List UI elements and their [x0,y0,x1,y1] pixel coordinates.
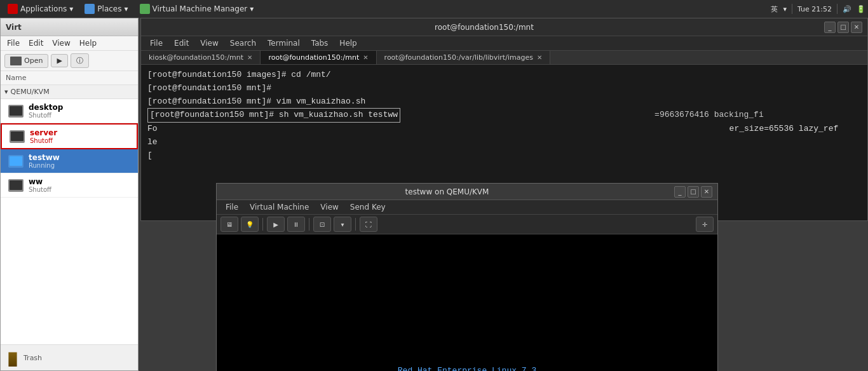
terminal-minimize-btn[interactable]: _ [824,22,836,33]
vm-name-desktop: desktop [29,103,63,112]
vm-item-ww[interactable]: ww Shutoff [1,173,138,198]
vm-icon-desktop [8,105,24,118]
places-chevron: ▾ [125,4,128,13]
vm-menu-file[interactable]: File [220,201,243,213]
vm-menu-sendkey[interactable]: Send Key [345,201,391,213]
places-menu[interactable]: Places ▾ [79,3,133,15]
vm-play-icon: ▶ [273,221,278,228]
terminal-maximize-btn[interactable]: □ [837,22,849,33]
term-menu-terminal[interactable]: Terminal [262,37,305,49]
monitor-icon [10,57,22,65]
volume-icon[interactable]: 🔊 [843,5,851,13]
term-menu-edit[interactable]: Edit [169,37,194,49]
vm-item-server[interactable]: server Shutoff [1,123,138,149]
taskbar-left: Applications ▾ Places ▾ Virtual Machine … [3,3,259,15]
vm-info-testww: testww Running [29,153,60,169]
applications-menu[interactable]: Applications ▾ [3,3,78,15]
lang-indicator[interactable]: 英 [771,4,778,14]
vm-info-desktop: desktop Shutoff [29,103,63,119]
desktop: Virt File Edit View Help Open ▶ ⓘ Name ▾ [0,18,868,371]
tab-close-1[interactable]: ✕ [363,54,368,61]
vmm-play-button[interactable]: ▶ [51,54,67,67]
vmm-info-button[interactable]: ⓘ [71,53,89,68]
trash-label: Trash [24,354,42,362]
vm-move-btn[interactable]: ✛ [696,217,714,232]
tab-close-0[interactable]: ✕ [247,54,252,61]
terminal-line-0: [root@foundation150 images]# cd /mnt/ [147,69,861,82]
applications-label: Applications [20,4,67,13]
vm-monitor-icon: 🖥 [226,221,233,228]
terminal-line-4: Foer_size=65536 lazy_ref [147,123,861,136]
vm-close-btn[interactable]: ✕ [701,186,712,198]
virt-icon [140,4,150,14]
virt-label: Virtual Machine Manager [153,4,248,13]
vmm-menu-view[interactable]: View [48,37,74,49]
taskbar-right: 英 ▾ Tue 21:52 🔊 🔋 [771,4,865,14]
terminal-line-5: le [147,136,861,149]
tab-label-0: kiosk@foundation150:/mnt [149,53,243,62]
term-menu-file[interactable]: File [145,37,168,49]
vm-name-testww: testww [29,153,60,162]
info-icon: ⓘ [76,56,83,65]
terminal-tab-0[interactable]: kiosk@foundation150:/mnt ✕ [141,51,261,64]
terminal-line-2: [root@foundation150 mnt]# vim vm_kuaizha… [147,95,861,109]
trash-icon [6,349,20,367]
vm-dropdown-btn[interactable]: ▾ [334,217,351,232]
vm-pause-btn[interactable]: ⏸ [287,217,305,232]
screen-ww [10,180,22,190]
vm-play-btn[interactable]: ▶ [267,217,285,232]
vm-screen-text: Red Hat Enterprise Linux 7.3 [398,366,536,371]
vmm-menu-help[interactable]: Help [76,37,100,49]
vm-status-desktop: Shutoff [29,112,63,119]
terminal-tab-2[interactable]: root@foundation150:/var/lib/libvirt/imag… [377,51,551,64]
taskbar-sep-2 [837,4,837,14]
virt-chevron: ▾ [250,4,254,13]
battery-icon: 🔋 [857,5,865,13]
vm-menu-view[interactable]: View [315,201,343,213]
vm-item-testww[interactable]: testww Running [1,149,138,173]
vm-minimize-btn[interactable]: _ [674,186,686,198]
vm-menu-virtualmachine[interactable]: Virtual Machine [245,201,314,213]
vmm-menu-file[interactable]: File [3,37,24,49]
vm-display-btn[interactable]: ⊡ [313,217,331,232]
vmm-title: Virt [6,23,22,32]
group-chevron: ▾ [4,88,8,96]
vmm-menubar: File Edit View Help [1,36,138,51]
term-menu-help[interactable]: Help [334,37,362,49]
terminal-tab-1[interactable]: root@foundation150:/mnt ✕ [261,51,376,64]
vm-restore-btn[interactable]: □ [688,186,699,198]
vmm-menu-edit[interactable]: Edit [25,37,47,49]
vm-monitor-btn[interactable]: 🖥 [220,217,238,232]
terminal-tabs: kiosk@foundation150:/mnt ✕ root@foundati… [141,51,867,65]
vmm-open-button[interactable]: Open [4,54,48,68]
vm-lightbulb-btn[interactable]: 💡 [241,217,259,232]
vmm-list: ▾ QEMU/KVM desktop Shutoff server [1,85,138,344]
virt-manager-menu[interactable]: Virtual Machine Manager ▾ [135,3,259,15]
term-menu-tabs[interactable]: Tabs [306,37,334,49]
vm-item-desktop[interactable]: desktop Shutoff [1,99,138,123]
vm-screen[interactable]: Red Hat Enterprise Linux 7.3 https://blo… [217,234,717,371]
term-menu-view[interactable]: View [195,37,223,49]
vm-titlebar: testww on QEMU/KVM _ □ ✕ [217,184,717,200]
vm-window: testww on QEMU/KVM _ □ ✕ File Virtual Ma… [216,183,718,371]
term-menu-search[interactable]: Search [225,37,261,49]
vm-name-ww: ww [29,177,51,186]
vm-fullscreen-btn[interactable]: ⛶ [360,217,377,232]
tab-close-2[interactable]: ✕ [537,54,542,61]
terminal-close-btn[interactable]: ✕ [851,22,862,33]
vm-pause-icon: ⏸ [293,221,299,228]
vm-fullscreen-icon: ⛶ [365,221,372,228]
trash-area: Trash [6,349,133,367]
vm-toolbar: 🖥 💡 ▶ ⏸ ⊡ ▾ ⛶ ✛ [217,215,717,234]
group-label: QEMU/KVM [11,88,50,96]
vmm-list-header: Name [1,71,138,85]
screen-testww [10,156,22,166]
taskbar: Applications ▾ Places ▾ Virtual Machine … [0,0,868,18]
vm-icon-ww [8,179,24,192]
vm-display-icon: ⊡ [320,221,325,228]
taskbar-sep-1 [792,4,792,14]
vm-status-server: Shutoff [30,137,57,144]
vm-toolbar-sep-2 [309,218,309,231]
vm-toolbar-sep-1 [262,218,263,231]
vm-move-icon: ✛ [702,221,707,228]
